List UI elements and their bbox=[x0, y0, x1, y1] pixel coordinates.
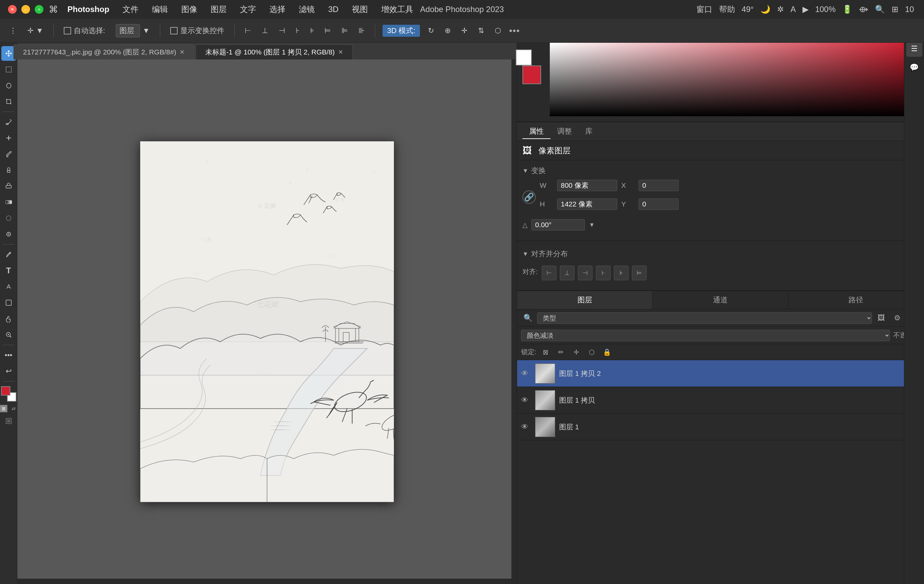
control-center-icon[interactable]: ⊞ bbox=[892, 5, 898, 14]
align-center-h-btn[interactable]: ⊥ bbox=[259, 25, 271, 36]
align-center-h-btn[interactable]: ⊧ bbox=[614, 266, 629, 280]
quick-mask-tool[interactable] bbox=[1, 414, 16, 428]
menu-image[interactable]: 图像 bbox=[175, 0, 204, 19]
align-left-btn[interactable]: ⊢ bbox=[242, 25, 254, 36]
align-left-btn[interactable]: ⊢ bbox=[542, 266, 556, 280]
toolbar-more-btn[interactable]: ••• bbox=[509, 25, 520, 36]
layers-filter-dropdown[interactable]: 类型 bbox=[537, 313, 872, 324]
menu-filter[interactable]: 滤镜 bbox=[292, 0, 322, 19]
eraser-tool[interactable] bbox=[1, 179, 16, 194]
blur-tool[interactable] bbox=[1, 211, 16, 225]
panel-tab-adjustments[interactable]: 调整 bbox=[551, 124, 579, 139]
lock-position-btn[interactable]: ✛ bbox=[571, 346, 582, 358]
default-colors-icon[interactable]: ⊠ bbox=[0, 405, 7, 412]
pen-tool[interactable] bbox=[1, 247, 16, 262]
menu-layer[interactable]: 图层 bbox=[204, 0, 233, 19]
maximize-button[interactable]: + bbox=[35, 5, 43, 14]
lock-artboard-btn[interactable]: ⬡ bbox=[586, 346, 598, 358]
panel-tab-library[interactable]: 库 bbox=[579, 124, 599, 139]
marquee-tool[interactable] bbox=[1, 62, 16, 77]
menu-help[interactable]: 帮助 bbox=[719, 4, 735, 15]
layer-eye-2[interactable]: 👁 bbox=[521, 423, 531, 431]
lock-pixels-btn[interactable]: ✏ bbox=[555, 346, 567, 358]
align-right-btn[interactable]: ⊣ bbox=[276, 25, 288, 36]
layers-tab-layers[interactable]: 图层 bbox=[517, 291, 653, 309]
eyedropper-tool[interactable] bbox=[1, 114, 16, 129]
x-input[interactable] bbox=[639, 180, 679, 191]
align-bottom-btn[interactable]: ⊨ bbox=[322, 25, 333, 36]
menu-edit[interactable]: 编辑 bbox=[145, 0, 175, 19]
layer-dropdown-container[interactable]: 图层 ▼ bbox=[113, 23, 153, 39]
layers-filter-icon-2[interactable]: ⚙ bbox=[891, 311, 904, 325]
brush-tool[interactable] bbox=[1, 147, 16, 161]
align-center-v-btn[interactable]: ⊧ bbox=[307, 25, 317, 36]
color-swatches-panel[interactable] bbox=[522, 43, 546, 66]
distribute-v-btn[interactable]: ⊪ bbox=[356, 25, 368, 36]
minimize-button[interactable]: – bbox=[21, 5, 30, 14]
menu-file[interactable]: 文件 bbox=[116, 0, 145, 19]
layer-item-2[interactable]: 👁 图层 1 bbox=[517, 414, 924, 440]
fg-color-swatch-panel[interactable] bbox=[522, 66, 541, 84]
hand-tool[interactable] bbox=[1, 311, 16, 326]
zoom-tool[interactable] bbox=[1, 328, 16, 342]
layers-tab-channels[interactable]: 通道 bbox=[653, 291, 788, 309]
crop-tool[interactable] bbox=[1, 94, 16, 109]
align-right-btn[interactable]: ⊣ bbox=[578, 266, 592, 280]
color-gradient-container[interactable] bbox=[550, 43, 919, 116]
menu-select[interactable]: 选择 bbox=[263, 0, 292, 19]
align-top-btn[interactable]: ⊦ bbox=[596, 266, 610, 280]
auto-select-checkbox-container[interactable]: 自动选择: bbox=[61, 25, 108, 37]
tab-0-close[interactable]: ✕ bbox=[180, 48, 185, 56]
layer-eye-0[interactable]: 👁 bbox=[521, 369, 531, 378]
bg-color-swatch-panel[interactable] bbox=[516, 50, 532, 66]
tab-1[interactable]: 未标题-1 @ 100% (图层 1 拷贝 2, RGB/8) ✕ bbox=[196, 45, 353, 60]
rotate-3d-btn[interactable]: ↻ bbox=[425, 25, 437, 36]
canvas-area[interactable]: © 花瓣 © 图 © 图 bbox=[17, 60, 517, 584]
gradient-tool[interactable] bbox=[1, 195, 16, 210]
slide-3d-btn[interactable]: ⇅ bbox=[475, 25, 487, 36]
blend-mode-dropdown[interactable]: 颜色减淡 bbox=[521, 330, 890, 341]
healing-tool[interactable] bbox=[1, 131, 16, 146]
panel-icon-layers[interactable]: ☰ bbox=[906, 41, 922, 57]
auto-select-checkbox[interactable] bbox=[64, 27, 71, 35]
swap-colors-icon[interactable]: ⇄ bbox=[10, 405, 17, 412]
width-input[interactable] bbox=[557, 180, 617, 191]
pan-3d-btn[interactable]: ✛ bbox=[459, 25, 470, 36]
lock-all-btn[interactable]: 🔒 bbox=[601, 346, 613, 358]
extra-tool-2[interactable]: ↩ bbox=[1, 364, 16, 379]
align-top-btn[interactable]: ⊦ bbox=[293, 25, 302, 36]
path-select-tool[interactable] bbox=[1, 279, 16, 294]
angle-dropdown-arrow[interactable]: ▼ bbox=[589, 222, 595, 228]
link-proportions-btn[interactable]: 🔗 bbox=[522, 190, 536, 204]
align-bottom-btn[interactable]: ⊨ bbox=[632, 266, 647, 280]
color-gradient-box[interactable] bbox=[550, 43, 904, 116]
menu-3d[interactable]: 3D bbox=[322, 0, 345, 19]
layer-item-0[interactable]: 👁 图层 1 拷贝 2 bbox=[517, 360, 924, 387]
height-input[interactable] bbox=[557, 199, 617, 210]
layers-search-icon[interactable]: 🔍 bbox=[521, 311, 535, 325]
canvas-scrollbar-horizontal[interactable] bbox=[17, 579, 512, 584]
dodge-tool[interactable] bbox=[1, 227, 16, 242]
extra-tool[interactable]: ••• bbox=[1, 348, 16, 362]
scale-3d-btn[interactable]: ⬡ bbox=[492, 25, 504, 36]
layer-dropdown[interactable]: 图层 bbox=[116, 24, 140, 37]
transform-title[interactable]: ▼ 变换 bbox=[522, 166, 919, 176]
stamp-tool[interactable] bbox=[1, 163, 16, 177]
color-swatches[interactable] bbox=[1, 386, 16, 402]
align-title[interactable]: ▼ 对齐并分布 bbox=[522, 249, 919, 259]
search-icon[interactable]: 🔍 bbox=[875, 5, 885, 14]
menu-plugins[interactable]: 增效工具 bbox=[375, 0, 420, 19]
tab-0[interactable]: 21727777643_.pic.jpg @ 200% (图层 2, RGB/8… bbox=[13, 45, 194, 60]
lock-transparent-btn[interactable]: ⊠ bbox=[540, 346, 552, 358]
shape-tool[interactable] bbox=[1, 295, 16, 310]
move-tool-dropdown[interactable]: ✛ ▼ bbox=[25, 25, 46, 36]
menu-text[interactable]: 文字 bbox=[233, 0, 263, 19]
text-tool[interactable]: T bbox=[1, 263, 16, 278]
angle-input[interactable] bbox=[531, 219, 585, 230]
tab-1-close[interactable]: ✕ bbox=[338, 48, 343, 56]
layers-filter-icon-1[interactable]: 🖼 bbox=[874, 311, 888, 325]
canvas-scrollbar-vertical[interactable] bbox=[512, 60, 517, 584]
layer-eye-1[interactable]: 👁 bbox=[521, 396, 531, 405]
y-input[interactable] bbox=[639, 199, 679, 210]
show-transform-checkbox-container[interactable]: 显示变换控件 bbox=[168, 25, 227, 37]
